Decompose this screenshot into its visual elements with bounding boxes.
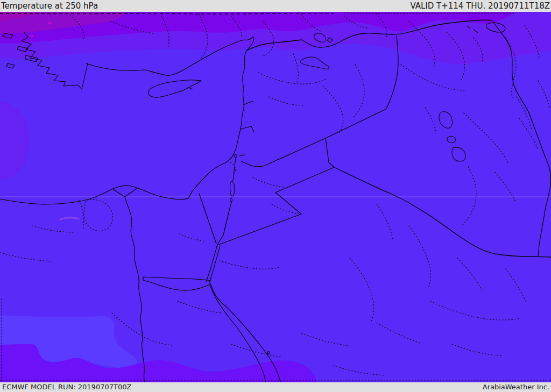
map-canvas [0,12,551,382]
weather-map-product: Temperature at 250 hPa VALID T+114 THU. … [0,0,551,392]
footer-bar: ECMWF MODEL RUN: 20190707T00Z ArabiaWeat… [0,382,551,392]
temperature-map-svg [0,12,551,382]
model-run-label: ECMWF MODEL RUN: 20190707T00Z [2,382,131,392]
header-bar: Temperature at 250 hPa VALID T+114 THU. … [0,0,551,12]
validity-timestamp: VALID T+114 THU. 20190711T18Z [410,0,550,12]
brand-credit-label: ArabiaWeather Inc. [483,382,549,392]
map-title: Temperature at 250 hPa [1,0,98,12]
